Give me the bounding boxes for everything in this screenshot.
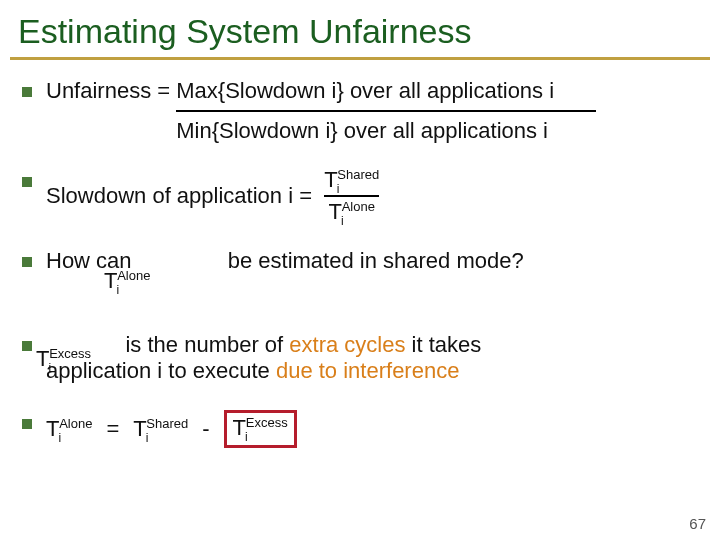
- t-base: T: [329, 199, 342, 224]
- bullet-3: How can TiAlone be estimated in shared m…: [22, 248, 698, 308]
- t-sub: i: [337, 182, 340, 196]
- bullet-3-content: How can TiAlone be estimated in shared m…: [46, 248, 698, 274]
- t-alone-term: TiAlone: [104, 270, 150, 292]
- slide-title: Estimating System Unfairness: [0, 0, 720, 51]
- bullet-4: TiExcess is the number of extra cycles i…: [22, 332, 698, 386]
- t-sup: Alone: [342, 199, 375, 214]
- fraction-rule-icon: [176, 110, 596, 112]
- t-sub: i: [58, 431, 61, 445]
- bullet-1: Unfairness = Max{Slowdown i} over all ap…: [22, 78, 698, 144]
- t-sup: Excess: [49, 346, 91, 361]
- t-sub: i: [146, 431, 149, 445]
- unfairness-numerator: Max{Slowdown i} over all applications i: [176, 78, 596, 104]
- due-to-interference-text: due to interference: [276, 358, 459, 383]
- bullet-icon: [22, 87, 32, 97]
- t-sub: i: [245, 430, 248, 444]
- t-sup: Excess: [246, 415, 288, 430]
- t-sup: Shared: [146, 416, 188, 431]
- bullet-icon: [22, 177, 32, 187]
- page-number: 67: [689, 515, 706, 532]
- t-sub: i: [116, 283, 119, 297]
- bullet-icon: [22, 341, 32, 351]
- bullet-2: Slowdown of application i = TiShared TiA…: [22, 168, 698, 224]
- bullet-icon: [22, 257, 32, 267]
- eq-t-shared: TiShared: [133, 418, 188, 440]
- slowdown-fraction: TiShared TiAlone: [324, 168, 379, 224]
- t-sup: Alone: [59, 416, 92, 431]
- t-sub: i: [341, 214, 344, 228]
- t-base: T: [324, 167, 337, 192]
- line1b: it takes: [406, 332, 482, 357]
- bullet-icon: [22, 419, 32, 429]
- line1a: is the number of: [125, 332, 289, 357]
- bullet-5-content: TiAlone = TiShared - TiExcess: [46, 410, 698, 448]
- t-base: T: [133, 416, 146, 441]
- bullet-4-content: TiExcess is the number of extra cycles i…: [46, 332, 698, 384]
- slide-body: Unfairness = Max{Slowdown i} over all ap…: [0, 60, 720, 448]
- highlight-box: TiExcess: [224, 410, 297, 448]
- unfairness-denominator: Min{Slowdown i} over all applications i: [176, 118, 596, 144]
- minus-sign: -: [202, 416, 209, 442]
- bullet-2-content: Slowdown of application i = TiShared TiA…: [46, 168, 698, 224]
- bullet-5: TiAlone = TiShared - TiExcess: [22, 410, 698, 448]
- eq-t-excess: TiExcess: [233, 417, 288, 439]
- extra-cycles-text: extra cycles: [289, 332, 405, 357]
- t-sup: Shared: [337, 167, 379, 182]
- unfairness-lead: Unfairness =: [46, 78, 176, 104]
- bullet-1-content: Unfairness = Max{Slowdown i} over all ap…: [46, 78, 698, 144]
- slowdown-lead: Slowdown of application i =: [46, 183, 324, 209]
- equals-sign: =: [106, 416, 119, 442]
- t-sub: i: [48, 361, 51, 375]
- howcan-q2: be estimated in shared mode?: [228, 248, 524, 273]
- t-sup: Alone: [117, 268, 150, 283]
- eq-t-alone: TiAlone: [46, 418, 92, 440]
- fraction-rule-icon: [324, 195, 379, 197]
- t-excess-term: TiExcess: [36, 348, 91, 370]
